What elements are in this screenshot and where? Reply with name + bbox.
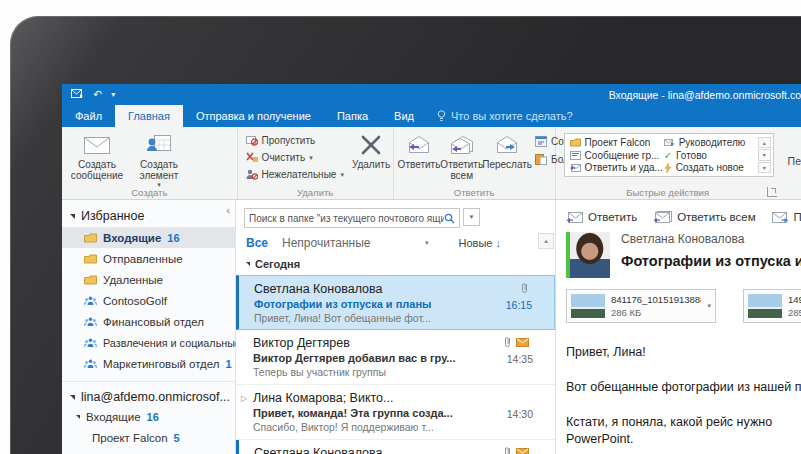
attachment-dropdown-icon[interactable]: ▾ — [707, 302, 711, 310]
send-receive-icon[interactable] — [71, 89, 84, 100]
quick-steps-scrollbar[interactable]: ▴ ▾ ▾ — [758, 137, 771, 173]
reply-icon — [566, 211, 583, 223]
unread-envelope-icon — [516, 448, 529, 454]
body-line: Вот обещанные фотографии из нашей пое — [566, 379, 801, 396]
tell-me-label: Что вы хотите сделать? — [451, 110, 573, 122]
message-row-4[interactable]: Светлана Коновалова Фотографии из отпуск… — [236, 440, 555, 454]
photo-background: ↶ ▾ Входящие - lina@afdemo.onmicrosoft.c… — [0, 0, 801, 454]
tab-home[interactable]: Главная — [115, 105, 183, 127]
group-people-icon — [84, 296, 97, 306]
favorites-header[interactable]: Избранное — [62, 207, 235, 227]
paperclip-icon — [521, 282, 528, 294]
junk-button[interactable]: Нежелательные ▾ — [246, 168, 344, 181]
folder-icon — [84, 233, 97, 243]
forward-button[interactable]: Переслать — [483, 127, 531, 181]
customize-qat-icon[interactable]: ▾ — [111, 89, 115, 100]
filter-all[interactable]: Все — [246, 236, 268, 250]
sidebar-item-sent[interactable]: Отправленные — [62, 248, 235, 269]
forward-action[interactable]: Переслать — [772, 211, 801, 223]
search-input[interactable]: Поиск в папке "из текущего почтового ящи… — [244, 208, 460, 228]
quick-step-create-new[interactable]: Создать новое — [664, 162, 755, 173]
message-time: 14:35 — [507, 353, 533, 365]
search-scope-dropdown[interactable]: ▾ — [463, 208, 480, 226]
reply-all-button[interactable]: Ответить всем — [440, 127, 483, 181]
sender-avatar[interactable] — [566, 232, 610, 278]
account-folder-falcon[interactable]: Проект Falcon 5 — [62, 427, 235, 448]
sidebar-item-deleted[interactable]: Удаленные — [62, 269, 235, 290]
folder-pane: ‹ Избранное Входящие 16 Отправленные — [62, 200, 236, 454]
more-respond-icon — [535, 154, 547, 165]
group-people-icon — [84, 338, 97, 348]
reading-actions: Ответить Ответить всем Переслать — [566, 211, 801, 223]
group-label-respond: Ответить — [394, 187, 555, 198]
reply-action[interactable]: Ответить — [566, 211, 637, 223]
list-scrollbar[interactable]: ▴ — [538, 233, 553, 454]
undo-icon[interactable]: ↶ — [93, 89, 102, 100]
message-row-2[interactable]: Виктор Дегтярев Виктор Дегтярев добавил … — [236, 330, 555, 385]
reading-pane: Ответить Ответить всем Переслать — [556, 200, 801, 454]
account-section: lina@afdemo.onmicrosof... Входящие 16 Пр… — [62, 381, 235, 448]
quick-step-to-manager[interactable]: Руководителю — [664, 137, 755, 148]
expanded-triangle-icon — [70, 395, 75, 400]
collapse-pane-icon[interactable]: ‹ — [226, 204, 230, 216]
quick-steps-dialog-launcher[interactable] — [767, 187, 777, 197]
unread-count: 16 — [147, 411, 159, 423]
forward-envelope-icon — [664, 138, 675, 147]
tab-folder[interactable]: Папка — [324, 105, 381, 127]
tab-send-receive[interactable]: Отправка и получение — [183, 105, 324, 127]
quick-step-reply-delete[interactable]: Ответить и уда... — [570, 162, 664, 173]
search-row: Поиск в папке "из текущего почтового ящи… — [244, 208, 480, 228]
attachments-row: 841176_101519138888... 286 КБ ▾ 149136 2… — [566, 289, 801, 323]
ribbon-group-quick-steps: Проект Falcon Сообщение гр... Ответить и… — [556, 127, 780, 199]
account-inbox[interactable]: Входящие 16 — [62, 406, 235, 427]
main-area: ‹ Избранное Входящие 16 Отправленные — [62, 200, 801, 454]
folder-icon — [570, 138, 581, 147]
new-item-icon — [146, 131, 172, 159]
outlook-window: ↶ ▾ Входящие - lina@afdemo.onmicrosoft.c… — [62, 84, 801, 454]
sort-down-arrow-icon: ↓ — [496, 237, 502, 249]
attachment-chip-1[interactable]: 841176_101519138888... 286 КБ ▾ — [566, 289, 716, 323]
message-time: 14:30 — [507, 408, 533, 420]
folder-icon — [84, 275, 97, 285]
sidebar-item-inbox[interactable]: Входящие 16 — [62, 227, 235, 248]
ignore-button[interactable]: Пропустить — [246, 134, 344, 147]
message-list: Светлана Коновалова Фотографии из отпуск… — [236, 275, 555, 454]
message-row-1[interactable]: Светлана Коновалова Фотографии из отпуск… — [236, 275, 555, 330]
message-row-3[interactable]: ▷ Лина Комарова; Викто... Привет, команд… — [236, 385, 555, 440]
filter-caret-icon[interactable]: ▾ — [425, 239, 429, 247]
filter-unread[interactable]: Непрочитанные — [282, 236, 370, 250]
attachment-chip-2[interactable]: 149136 285 КБ — [743, 289, 801, 323]
expanded-triangle-icon — [76, 415, 80, 419]
tab-file[interactable]: Файл — [62, 105, 115, 127]
scroll-up-icon[interactable]: ▴ — [538, 233, 554, 249]
sidebar-item-contosogolf[interactable]: ContosoGolf — [62, 290, 235, 311]
filter-row: Все Непрочитанные ▾ Новые ↓ — [246, 234, 545, 252]
junk-icon — [246, 169, 258, 180]
lightning-icon — [664, 163, 672, 173]
delete-button[interactable]: Удалить — [352, 127, 390, 181]
group-header-today[interactable]: Сегодня — [246, 258, 555, 270]
new-item-button[interactable]: Создать элемент ▾ — [130, 127, 188, 188]
sidebar-item-marketing[interactable]: Маркетинговый отдел 1 — [62, 353, 235, 374]
forward-icon — [494, 131, 520, 159]
ribbon-tab-row: Файл Главная Отправка и получение Папка … — [62, 105, 801, 127]
cleanup-button[interactable]: Очистить ▾ — [246, 151, 344, 164]
tell-me-box[interactable]: Что вы хотите сделать? — [427, 105, 583, 127]
quick-step-group-message[interactable]: Сообщение гр... — [570, 150, 664, 161]
sidebar-item-social[interactable]: Развлечения и социальные сети — [62, 332, 235, 353]
reply-all-action[interactable]: Ответить всем — [653, 211, 755, 223]
quick-step-done[interactable]: ✓ Готово — [664, 150, 755, 161]
sidebar-item-finance[interactable]: Финансовый отдел — [62, 311, 235, 332]
attachment-thumbnail — [571, 294, 605, 318]
group-people-icon — [84, 317, 97, 327]
tab-view[interactable]: Вид — [381, 105, 427, 127]
reply-all-icon — [653, 211, 672, 223]
unread-count: 1 — [226, 358, 232, 370]
reply-button[interactable]: Ответить — [398, 127, 441, 181]
quick-step-falcon[interactable]: Проект Falcon — [570, 137, 664, 148]
message-time: 16:15 — [506, 299, 532, 311]
sort-by-newest[interactable]: Новые ↓ — [459, 237, 502, 249]
expand-thread-icon[interactable]: ▷ — [241, 394, 247, 403]
account-header[interactable]: lina@afdemo.onmicrosof... — [62, 388, 235, 406]
new-email-button[interactable]: Создать сообщение — [68, 127, 126, 188]
